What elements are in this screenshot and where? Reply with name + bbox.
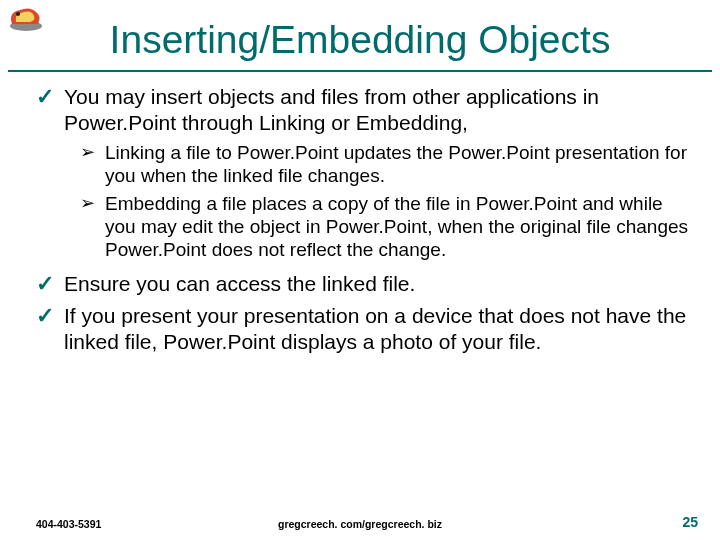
title-divider bbox=[8, 70, 712, 72]
bullet-text: If you present your presentation on a de… bbox=[64, 303, 696, 354]
checkmark-icon: ✓ bbox=[36, 303, 54, 329]
bullet-level2: ➢ Embedding a file places a copy of the … bbox=[80, 192, 696, 262]
bullet-level1: ✓ Ensure you can access the linked file. bbox=[36, 271, 696, 297]
bullet-level1: ✓ If you present your presentation on a … bbox=[36, 303, 696, 354]
slide-number: 25 bbox=[682, 514, 698, 530]
slide: Inserting/Embedding Objects ✓ You may in… bbox=[0, 0, 720, 540]
svg-point-1 bbox=[16, 12, 20, 16]
slide-title: Inserting/Embedding Objects bbox=[0, 0, 720, 70]
footer-phone: 404-403-5391 bbox=[36, 518, 101, 530]
checkmark-icon: ✓ bbox=[36, 84, 54, 110]
footer-url: gregcreech. com/gregcreech. biz bbox=[278, 518, 442, 530]
arrow-icon: ➢ bbox=[80, 141, 95, 164]
bullet-text: You may insert objects and files from ot… bbox=[64, 84, 696, 135]
content-area: ✓ You may insert objects and files from … bbox=[0, 84, 720, 354]
bullet-text: Ensure you can access the linked file. bbox=[64, 271, 415, 297]
bullet-level1: ✓ You may insert objects and files from … bbox=[36, 84, 696, 135]
bullet-level2: ➢ Linking a file to Power.Point updates … bbox=[80, 141, 696, 187]
checkmark-icon: ✓ bbox=[36, 271, 54, 297]
sub-bullet-group: ➢ Linking a file to Power.Point updates … bbox=[36, 141, 696, 261]
bullet-text: Linking a file to Power.Point updates th… bbox=[105, 141, 696, 187]
logo-icon bbox=[6, 2, 46, 34]
arrow-icon: ➢ bbox=[80, 192, 95, 215]
bullet-text: Embedding a file places a copy of the fi… bbox=[105, 192, 696, 262]
footer: 404-403-5391 gregcreech. com/gregcreech.… bbox=[0, 514, 720, 530]
